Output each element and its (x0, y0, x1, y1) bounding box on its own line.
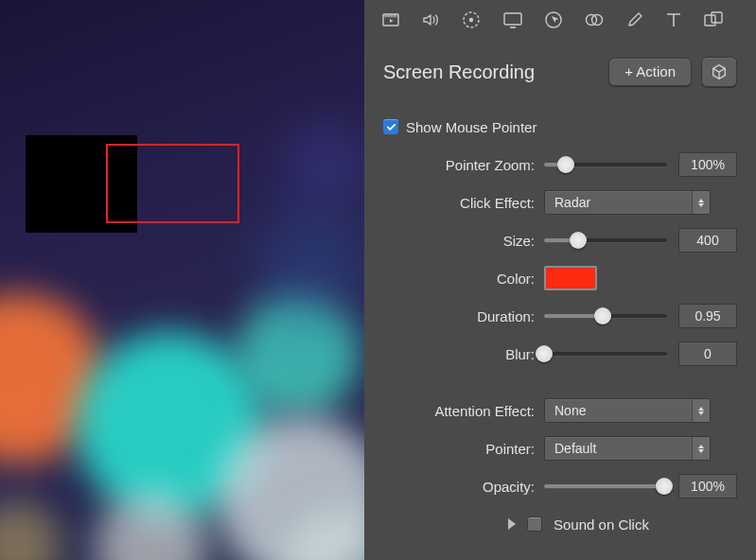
opacity-label: Opacity: (383, 479, 544, 495)
duration-slider[interactable] (544, 306, 667, 325)
color-label: Color: (383, 271, 544, 287)
click-effect-label: Click Effect: (383, 195, 544, 211)
show-pointer-checkbox[interactable] (383, 119, 398, 134)
blur-slider[interactable] (544, 344, 667, 363)
pointer-zoom-slider[interactable] (544, 155, 667, 174)
svg-rect-14 (712, 12, 722, 23)
svg-rect-13 (705, 15, 715, 26)
pointer-style-label: Pointer: (383, 441, 544, 457)
svg-rect-8 (504, 13, 521, 25)
opacity-value[interactable]: 100% (678, 474, 737, 499)
panel-title: Screen Recording (383, 61, 599, 83)
layout-tab-icon[interactable] (703, 10, 724, 29)
opacity-slider[interactable] (544, 477, 667, 496)
svg-point-3 (388, 15, 390, 17)
sound-on-click-label: Sound on Click (554, 516, 649, 533)
size-value[interactable]: 400 (678, 228, 737, 253)
duration-value[interactable]: 0.95 (678, 304, 737, 328)
sound-on-click-checkbox[interactable] (527, 516, 542, 532)
add-action-button[interactable]: + Action (608, 58, 692, 86)
size-slider[interactable] (544, 231, 667, 250)
canvas-preview[interactable] (0, 0, 364, 560)
attention-value: None (554, 403, 586, 418)
edit-tab-icon[interactable] (625, 10, 644, 29)
size-label: Size: (383, 233, 544, 249)
svg-point-5 (394, 15, 396, 17)
attention-label: Attention Effect: (383, 403, 544, 419)
blur-label: Blur: (383, 346, 544, 362)
show-pointer-label: Show Mouse Pointer (398, 119, 546, 135)
color-well[interactable] (544, 266, 597, 290)
text-tab-icon[interactable] (665, 10, 682, 29)
annotations-tab-icon[interactable] (584, 10, 605, 29)
svg-point-7 (469, 18, 473, 22)
screen-tab-icon[interactable] (502, 10, 523, 29)
object-presets-button[interactable] (701, 57, 737, 87)
video-tab-icon[interactable] (381, 10, 400, 29)
pointer-style-value: Default (554, 441, 596, 456)
click-effect-select[interactable]: Radar (544, 190, 711, 215)
inspector-toolbar (364, 0, 756, 40)
svg-point-4 (391, 15, 393, 17)
sound-disclosure-icon[interactable] (508, 518, 516, 530)
screenrec-tab-icon[interactable] (461, 9, 482, 30)
blur-value[interactable]: 0 (678, 341, 737, 366)
cursor-tab-icon[interactable] (544, 10, 563, 29)
selection-rectangle[interactable] (106, 144, 239, 223)
pointer-zoom-label: Pointer Zoom: (383, 157, 544, 173)
duration-label: Duration: (383, 308, 544, 324)
inspector-panel: Screen Recording + Action Show Mouse Poi… (364, 0, 756, 560)
audio-tab-icon[interactable] (421, 10, 440, 29)
svg-point-2 (385, 15, 387, 17)
pointer-zoom-value[interactable]: 100% (678, 152, 737, 177)
attention-select[interactable]: None (544, 398, 711, 423)
pointer-style-select[interactable]: Default (544, 436, 711, 461)
click-effect-value: Radar (554, 195, 590, 210)
